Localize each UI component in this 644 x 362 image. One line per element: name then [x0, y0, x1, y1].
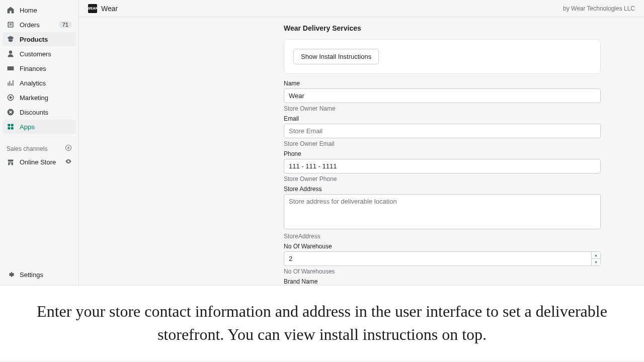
marketing-icon — [7, 94, 15, 102]
sales-channels-header: Sales channels — [3, 139, 76, 155]
sidebar-item-orders[interactable]: Orders 71 — [3, 18, 76, 32]
caption-text: Enter your store contact information and… — [0, 286, 644, 360]
sidebar: Home Orders 71 Products Customers Financ… — [0, 0, 79, 285]
sidebar-item-label: Orders — [20, 21, 59, 29]
topbar: WEAR Wear by Wear Technologies LLC — [79, 0, 644, 17]
gear-icon — [7, 270, 15, 279]
sidebar-item-analytics[interactable]: Analytics — [3, 76, 76, 90]
stepper-down-icon[interactable]: ▼ — [592, 259, 600, 265]
svg-rect-4 — [11, 124, 14, 126]
svg-rect-3 — [8, 124, 10, 126]
orders-icon — [7, 21, 15, 29]
phone-input[interactable] — [284, 159, 601, 173]
address-input[interactable] — [284, 194, 601, 229]
number-steppers: ▲ ▼ — [591, 252, 600, 265]
add-channel-icon[interactable] — [65, 144, 72, 153]
analytics-icon — [7, 79, 15, 87]
sidebar-item-products[interactable]: Products — [3, 32, 76, 46]
sidebar-item-label: Marketing — [20, 94, 72, 102]
sidebar-item-label: Discounts — [20, 109, 72, 116]
apps-icon — [7, 123, 15, 131]
discounts-icon — [7, 108, 15, 116]
name-help: Store Owner Name — [284, 105, 601, 112]
svg-rect-6 — [11, 127, 14, 130]
field-brand: Brand Name — [284, 278, 601, 285]
name-input[interactable] — [284, 88, 601, 103]
stepper-up-icon[interactable]: ▲ — [592, 252, 600, 259]
sidebar-item-finances[interactable]: Finances — [3, 61, 76, 75]
email-input[interactable] — [284, 124, 601, 138]
address-help: StoreAddress — [284, 233, 601, 240]
app-title: Wear — [101, 5, 118, 13]
phone-label: Phone — [284, 150, 601, 157]
svg-rect-5 — [8, 127, 10, 130]
main: WEAR Wear by Wear Technologies LLC Wear … — [79, 0, 644, 285]
sidebar-item-label: Home — [20, 7, 72, 14]
sidebar-item-label: Products — [20, 36, 72, 43]
install-card: Show Install Instructions — [284, 39, 601, 74]
warehouse-label: No Of Warehouse — [284, 243, 601, 250]
sidebar-item-label: Customers — [20, 50, 72, 58]
sidebar-item-home[interactable]: Home — [3, 3, 76, 17]
sidebar-item-label: Finances — [20, 65, 72, 72]
orders-badge: 71 — [59, 21, 72, 28]
app-logo: WEAR — [88, 4, 97, 13]
email-help: Store Owner Email — [284, 140, 601, 147]
sidebar-item-label: Settings — [20, 271, 72, 279]
show-install-button[interactable]: Show Install Instructions — [293, 49, 379, 64]
sidebar-item-label: Apps — [20, 123, 72, 131]
svg-point-0 — [10, 97, 12, 99]
sidebar-item-apps[interactable]: Apps — [3, 120, 76, 134]
email-label: Email — [284, 115, 601, 122]
sidebar-item-settings[interactable]: Settings — [3, 267, 76, 282]
eye-icon[interactable] — [65, 158, 72, 166]
warehouse-help: No Of Warehouses — [284, 268, 601, 275]
name-label: Name — [284, 80, 601, 87]
finances-icon — [7, 64, 15, 72]
address-label: Store Address — [284, 186, 601, 193]
sidebar-item-marketing[interactable]: Marketing — [3, 90, 76, 105]
page-title: Wear Delivery Services — [284, 24, 601, 32]
field-phone: Phone Store Owner Phone — [284, 150, 601, 183]
app-byline: by Wear Technologies LLC — [563, 5, 635, 12]
field-email: Email Store Owner Email — [284, 115, 601, 147]
sidebar-item-label: Online Store — [20, 158, 65, 166]
products-icon — [7, 35, 15, 43]
customers-icon — [7, 50, 15, 58]
warehouse-input[interactable] — [284, 251, 601, 266]
field-name: Name Store Owner Name — [284, 80, 601, 112]
phone-help: Store Owner Phone — [284, 175, 601, 183]
field-address: Store Address StoreAddress — [284, 186, 601, 240]
sales-channels-label: Sales channels — [7, 145, 47, 152]
home-icon — [7, 6, 15, 14]
field-warehouse: No Of Warehouse ▲ ▼ No Of Warehouses — [284, 243, 601, 275]
brand-label: Brand Name — [284, 278, 601, 285]
sidebar-item-label: Analytics — [20, 79, 72, 87]
sidebar-item-discounts[interactable]: Discounts — [3, 105, 76, 119]
sidebar-item-online-store[interactable]: Online Store — [3, 155, 76, 169]
content: Wear Delivery Services Show Install Inst… — [79, 17, 644, 285]
store-icon — [7, 158, 15, 166]
sidebar-item-customers[interactable]: Customers — [3, 47, 76, 61]
